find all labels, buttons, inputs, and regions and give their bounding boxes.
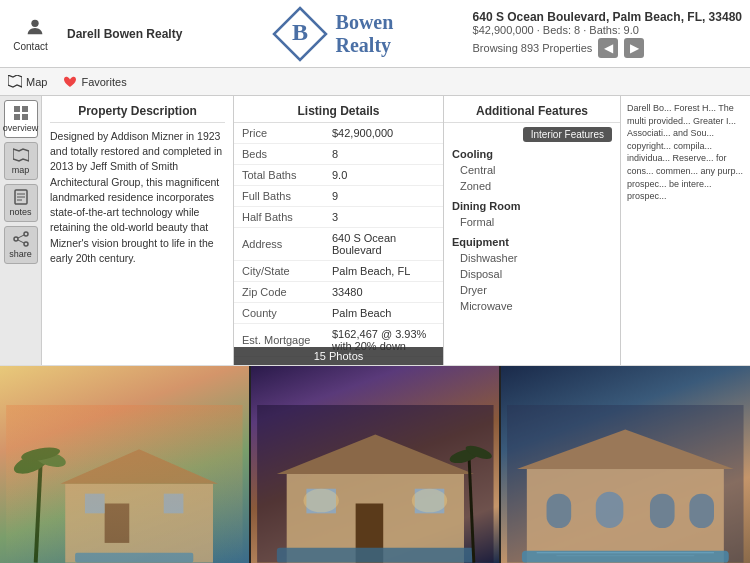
map-icon: [8, 75, 22, 89]
svg-point-36: [303, 489, 338, 513]
listing-label: Half Baths: [234, 207, 324, 228]
listing-table-row: Zip Code33480: [234, 282, 443, 303]
sidebar-item-share[interactable]: share: [4, 226, 38, 264]
photos-bar[interactable]: 15 Photos: [234, 347, 443, 365]
sidebar-item-overview[interactable]: overview: [4, 100, 38, 138]
listing-label: County: [234, 303, 324, 324]
listing-value: 9: [324, 186, 443, 207]
svg-rect-47: [690, 494, 715, 528]
feature-item: Microwave: [452, 298, 612, 314]
feature-category: Equipment: [452, 236, 612, 248]
sidebar-item-map[interactable]: map: [4, 142, 38, 180]
listing-table-row: Half Baths3: [234, 207, 443, 228]
listing-value: 3: [324, 207, 443, 228]
sidebar-map-label: map: [12, 165, 30, 175]
svg-point-15: [14, 237, 18, 241]
contact-button[interactable]: Contact: [8, 41, 53, 52]
main-content: overview map notes s: [0, 96, 750, 366]
agent-name: Darell Bowen Realty: [67, 27, 182, 41]
svg-point-13: [24, 232, 28, 236]
sidebar-notes-label: notes: [9, 207, 31, 217]
listing-label: Beds: [234, 144, 324, 165]
property-header-info: 640 S Ocean Boulevard, Palm Beach, FL, 3…: [473, 10, 742, 58]
favorites-button[interactable]: Favorites: [63, 75, 126, 89]
listing-label: Zip Code: [234, 282, 324, 303]
listing-table-row: City/StatePalm Beach, FL: [234, 261, 443, 282]
toolbar: Map Favorites: [0, 68, 750, 96]
additional-features-title: Additional Features: [444, 96, 620, 123]
listing-table-row: Beds8: [234, 144, 443, 165]
listing-value: 9.0: [324, 165, 443, 186]
svg-point-14: [24, 242, 28, 246]
listing-value: 640 S Ocean Boulevard: [324, 228, 443, 261]
listing-label: Full Baths: [234, 186, 324, 207]
listing-table-row: Total Baths9.0: [234, 165, 443, 186]
photo-item-3[interactable]: [501, 366, 750, 563]
photos-section: [0, 366, 750, 563]
photo-item-1[interactable]: [0, 366, 249, 563]
listing-details-panel: Listing Details Price$42,900,000Beds8Tot…: [234, 96, 444, 365]
favorites-label: Favorites: [81, 76, 126, 88]
property-price-beds-baths: $42,900,000 · Beds: 8 · Baths: 9.0: [473, 24, 639, 36]
listing-table-row: Price$42,900,000: [234, 123, 443, 144]
svg-line-16: [18, 235, 24, 238]
right-sidebar-text: Darell Bo... Forest H... The multi provi…: [620, 96, 750, 365]
sidebar-map-icon: [13, 147, 29, 163]
agent-disclaimer-text: Darell Bo... Forest H... The multi provi…: [627, 103, 743, 201]
sidebar-overview-label: overview: [3, 123, 39, 133]
features-list: CoolingCentralZonedDining RoomFormalEqui…: [444, 148, 620, 314]
feature-item: Disposal: [452, 266, 612, 282]
feature-item: Dryer: [452, 282, 612, 298]
listing-value: 33480: [324, 282, 443, 303]
listing-table: Price$42,900,000Beds8Total Baths9.0Full …: [234, 123, 443, 357]
svg-rect-45: [596, 492, 624, 528]
feature-item: Dishwasher: [452, 250, 612, 266]
agent-avatar: [24, 16, 46, 41]
additional-features-panel: Additional Features Interior Features Co…: [444, 96, 620, 365]
left-sidebar: overview map notes s: [0, 96, 42, 365]
feature-item: Central: [452, 162, 612, 178]
listing-value: Palm Beach, FL: [324, 261, 443, 282]
sidebar-item-notes[interactable]: notes: [4, 184, 38, 222]
map-label: Map: [26, 76, 47, 88]
listing-value: 8: [324, 144, 443, 165]
house-image-2: [251, 405, 500, 563]
house-image-3: [501, 405, 750, 563]
svg-point-0: [31, 19, 38, 26]
svg-rect-7: [22, 114, 28, 120]
sidebar-share-label: share: [9, 249, 32, 259]
notes-icon: [13, 189, 29, 205]
svg-text:B: B: [292, 19, 308, 45]
browsing-label: Browsing 893 Properties: [473, 42, 593, 54]
svg-rect-6: [14, 114, 20, 120]
logo-area: B Bowen Realty: [192, 6, 472, 62]
header: Contact Darell Bowen Realty B Bowen Real…: [0, 0, 750, 68]
svg-rect-5: [22, 106, 28, 112]
svg-rect-44: [547, 494, 572, 528]
property-description-text: Designed by Addison Mizner in 1923 and t…: [50, 129, 225, 266]
feature-category: Dining Room: [452, 200, 612, 212]
house-image-1: [0, 405, 249, 563]
prev-property-button[interactable]: ◀: [598, 38, 618, 58]
svg-line-17: [18, 240, 24, 243]
feature-category: Cooling: [452, 148, 612, 160]
logo-diamond-icon: B: [272, 6, 328, 62]
photos-count-label: 15 Photos: [314, 350, 364, 362]
listing-value: Palm Beach: [324, 303, 443, 324]
heart-icon: [63, 75, 77, 89]
logo-text: Bowen Realty: [336, 11, 394, 57]
interior-features-tab[interactable]: Interior Features: [523, 127, 612, 142]
listing-label: Total Baths: [234, 165, 324, 186]
photo-item-2[interactable]: [251, 366, 500, 563]
map-button[interactable]: Map: [8, 75, 47, 89]
listing-label: Address: [234, 228, 324, 261]
svg-rect-28: [6, 405, 242, 563]
next-property-button[interactable]: ▶: [624, 38, 644, 58]
property-description-title: Property Description: [50, 104, 225, 123]
svg-point-37: [411, 489, 446, 513]
svg-rect-4: [14, 106, 20, 112]
feature-item: Zoned: [452, 178, 612, 194]
features-tab-bar: Interior Features: [444, 123, 620, 142]
svg-rect-46: [650, 494, 675, 528]
feature-item: Formal: [452, 214, 612, 230]
